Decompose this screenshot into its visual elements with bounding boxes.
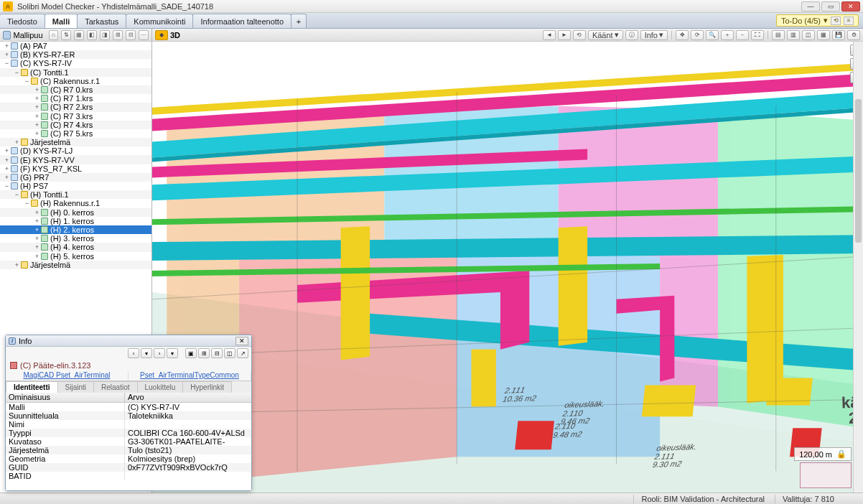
info-grid-row[interactable]: TyyppiCOLIBRI CCa 160-600-4V+ALSd 100-16… — [6, 429, 251, 437]
tree-tool-7[interactable]: ⊟ — [126, 30, 136, 40]
tree-tool-8[interactable]: ⋯ — [139, 30, 149, 40]
info-grid1-icon[interactable]: ⊞ — [198, 348, 210, 358]
nav-fwd-icon[interactable]: ► — [558, 30, 571, 40]
expand-toggle-icon[interactable]: + — [3, 165, 11, 172]
expand-toggle-icon[interactable]: + — [33, 121, 41, 129]
info-link-tab[interactable]: MagiCAD Pset_AirTerminal — [6, 371, 129, 381]
info-toggle-icon[interactable]: ⓘ — [625, 30, 638, 40]
expand-toggle-icon[interactable]: + — [33, 253, 41, 260]
info-grid-body[interactable]: Malli(C) KYS-R7-IVSuunnittelualaTalotekn… — [6, 403, 251, 490]
tree-tool-2[interactable]: ⇅ — [61, 30, 71, 40]
info-col-property[interactable]: Ominaisuus — [6, 393, 125, 402]
refresh-view-icon[interactable]: ⟲ — [573, 30, 586, 40]
tree-row[interactable]: +(C) R7 0.krs — [0, 85, 151, 94]
expand-toggle-icon[interactable]: − — [3, 60, 11, 67]
tool-zoomout-icon[interactable]: － — [736, 30, 749, 40]
todo-indicator[interactable]: To-Do (4/5) ▾ ⟲ ≡ — [776, 14, 859, 27]
expand-toggle-icon[interactable]: − — [13, 191, 21, 198]
tab-informaation talteenotto[interactable]: Informaation talteenotto — [192, 14, 291, 28]
tab-kommunikointi[interactable]: Kommunikointi — [126, 14, 193, 28]
tool-grid-icon[interactable]: ▦ — [817, 30, 830, 40]
tree-row[interactable]: +(H) 1. kerros — [0, 217, 151, 225]
tree-row[interactable]: +(H) 3. kerros — [0, 234, 151, 243]
tool-settings-icon[interactable]: ⚙ — [847, 30, 860, 40]
info-grid-row[interactable]: GeometriaKolmioesitys (brep) — [6, 454, 251, 463]
tab-tiedosto[interactable]: Tiedosto — [0, 14, 45, 28]
expand-toggle-icon[interactable]: + — [3, 157, 11, 164]
info-sub-tab[interactable]: Relaatiot — [93, 381, 137, 393]
tree-row[interactable]: +(C) R7 4.krs — [0, 121, 151, 129]
tool-zoom-icon[interactable]: 🔍 — [706, 30, 719, 40]
info-back-dd[interactable]: ▾ — [141, 348, 152, 358]
info-grid-row[interactable]: GUID0xF77ZVtT909RxBVOck7rQ — [6, 463, 251, 472]
tree-tool-3[interactable]: ▦ — [74, 30, 84, 40]
info-grid3-icon[interactable]: ◫ — [224, 348, 235, 358]
info-tighten-icon[interactable]: ▣ — [185, 348, 197, 358]
expand-toggle-icon[interactable]: − — [3, 182, 11, 190]
tree-tool-5[interactable]: ◨ — [100, 30, 110, 40]
expand-toggle-icon[interactable]: + — [33, 95, 41, 102]
info-dropdown[interactable]: Info▾ — [640, 30, 668, 40]
expand-toggle-icon[interactable]: + — [13, 139, 21, 146]
tree-row[interactable]: −(H) Tontti.1 — [0, 190, 151, 199]
tool-zoomin-icon[interactable]: ＋ — [721, 30, 734, 40]
info-grid-row[interactable]: BATID — [6, 472, 251, 480]
view3d-canvas[interactable]: 2.11110.36 m22.1109.48 m2oikeuslääk.2.11… — [152, 42, 863, 493]
info-fwd-dd[interactable]: ▾ — [167, 348, 178, 358]
expand-toggle-icon[interactable]: + — [3, 147, 11, 154]
minimize-button[interactable]: — — [801, 1, 820, 11]
tool-section-icon[interactable]: ▤ — [772, 30, 785, 40]
info-grid2-icon[interactable]: ⊟ — [211, 348, 223, 358]
tree-row[interactable]: −(H) Rakennus.r.1 — [0, 199, 151, 207]
tree-row[interactable]: +(A) PA7 — [0, 42, 151, 50]
tree-tool-1[interactable]: ⌂ — [49, 30, 59, 40]
expand-toggle-icon[interactable]: − — [23, 200, 31, 207]
tool-pan-icon[interactable]: ✥ — [676, 30, 689, 40]
tree-row[interactable]: −(H) PS7 — [0, 182, 151, 190]
info-grid-row[interactable]: JärjestelmäTulo (tsto21) — [6, 446, 251, 454]
tool-fit-icon[interactable]: ⛶ — [751, 30, 764, 40]
info-grid-row[interactable]: KuvatasoG3-306TK01-PAATELAITE-TULOILMA — [6, 437, 251, 446]
info-header[interactable]: i Info ✕ — [6, 335, 251, 347]
expand-toggle-icon[interactable]: + — [33, 113, 41, 120]
tree-row[interactable]: +(B) KYS-R7-ER — [0, 50, 151, 59]
tree-row[interactable]: +(C) R7 2.krs — [0, 103, 151, 111]
info-grid-row[interactable]: Nimi — [6, 420, 251, 429]
expand-toggle-icon[interactable]: + — [33, 226, 41, 233]
tab-add[interactable]: + — [291, 14, 307, 28]
tree-row[interactable]: +(H) 5. kerros — [0, 252, 151, 261]
expand-toggle-icon[interactable]: + — [33, 86, 41, 93]
tree-row[interactable]: −(C) Tontti.1 — [0, 68, 151, 77]
expand-toggle-icon[interactable]: − — [23, 78, 31, 85]
expand-toggle-icon[interactable]: + — [33, 103, 41, 111]
tool-clip-icon[interactable]: ◫ — [802, 30, 815, 40]
tree-row[interactable]: +Järjestelmä — [0, 138, 151, 146]
tree-tool-4[interactable]: ◧ — [87, 30, 97, 40]
expand-toggle-icon[interactable]: + — [33, 243, 41, 251]
tab-malli[interactable]: Malli — [45, 14, 78, 28]
tree-row[interactable]: −(C) KYS-R7-IV — [0, 59, 151, 67]
info-sub-tab[interactable]: Sijainti — [57, 381, 94, 393]
expand-toggle-icon[interactable]: − — [13, 69, 21, 76]
tool-save-icon[interactable]: 💾 — [832, 30, 845, 40]
info-sub-tab[interactable]: Hyperlinkit — [182, 381, 232, 393]
expand-toggle-icon[interactable]: + — [13, 261, 21, 269]
expand-toggle-icon[interactable]: + — [33, 218, 41, 225]
info-close-button[interactable]: ✕ — [235, 337, 248, 345]
expand-toggle-icon[interactable]: + — [33, 235, 41, 242]
info-grid-row[interactable]: SuunnittelualaTalotekniikka — [6, 411, 251, 420]
tree-row[interactable]: +(H) 4. kerros — [0, 243, 151, 251]
scale-lock-icon[interactable]: 🔒 — [836, 449, 846, 459]
tree-row[interactable]: +(C) R7 3.krs — [0, 112, 151, 121]
tree-row[interactable]: +(D) KYS-R7-LJ — [0, 146, 151, 155]
tree-row[interactable]: +(E) KYS-R7-VV — [0, 155, 151, 164]
close-button[interactable]: ✕ — [841, 1, 860, 11]
tree-row[interactable]: +(H) 2. kerros — [0, 225, 151, 234]
tree-row[interactable]: +Järjestelmä — [0, 261, 151, 269]
tree-row[interactable]: −(C) Rakennus.r.1 — [0, 77, 151, 85]
info-grid-row[interactable]: Malli(C) KYS-R7-IV — [6, 403, 251, 411]
todo-extra-icon[interactable]: ≡ — [844, 17, 854, 25]
expand-toggle-icon[interactable]: + — [3, 174, 11, 181]
tree-row[interactable]: +(C) R7 1.krs — [0, 94, 151, 103]
info-nav-fwd[interactable]: › — [154, 348, 165, 358]
